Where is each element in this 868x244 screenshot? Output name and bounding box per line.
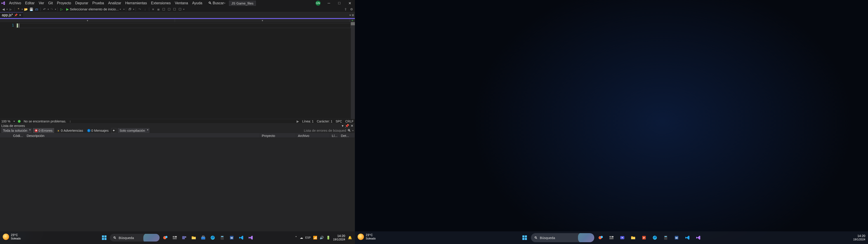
undo-button[interactable]: ↶ — [42, 7, 47, 12]
window-maximize-button[interactable]: □ — [334, 0, 344, 6]
start-debug-button[interactable]: ▶ Seleccionar elemento de inicio... ▾ — [64, 7, 123, 12]
pin-tab-icon[interactable]: 📌 — [14, 13, 18, 17]
store-icon[interactable] — [199, 234, 207, 242]
scope-combo-1[interactable]: ▾ — [0, 19, 175, 22]
calculator-icon[interactable] — [218, 234, 226, 242]
solution-quicklaunch[interactable]: JS Game_files — [229, 1, 256, 6]
language-indicator[interactable]: ESP — [305, 236, 311, 239]
comment-button[interactable]: ≡ — [151, 7, 156, 12]
save-button[interactable]: 💾 — [29, 7, 34, 12]
bookmark-button[interactable]: ☐ — [161, 7, 166, 12]
word-icon[interactable]: W — [672, 233, 681, 242]
menu-analizar[interactable]: Analizar — [106, 0, 123, 6]
copilot-icon[interactable] — [161, 234, 169, 242]
error-scope-combo[interactable]: Toda la solución — [1, 128, 32, 133]
editor-scrollbar[interactable] — [351, 22, 355, 119]
tab-overflow-icon[interactable]: ▾ — [349, 13, 351, 17]
taskbar-search[interactable]: 🔍︎ Búsqueda — [531, 233, 594, 242]
visualstudio-icon[interactable] — [694, 233, 703, 242]
edge-icon[interactable] — [650, 233, 659, 242]
menu-archivo[interactable]: Archivo — [7, 0, 23, 6]
window-split-icon[interactable]: ⊞ — [352, 13, 354, 17]
bookmark-clear-button[interactable]: ☐ — [178, 7, 183, 12]
explorer-icon[interactable] — [629, 233, 638, 242]
issues-nav-icon[interactable]: ↕ — [69, 120, 71, 123]
calculator-icon[interactable] — [661, 233, 670, 242]
nav-fwd-button[interactable]: ▶ — [8, 7, 13, 12]
col-proyecto[interactable]: Proyecto — [260, 133, 296, 138]
intellisense-filter[interactable]: ✦ — [111, 128, 116, 133]
onedrive-icon[interactable]: ☁ — [300, 236, 303, 240]
uncomment-button[interactable]: ≣ — [156, 7, 161, 12]
open-file-button[interactable]: 📂 — [23, 7, 28, 12]
menu-ayuda[interactable]: Ayuda — [190, 0, 204, 6]
editor-tab-appjs[interactable]: app.js* 📌 ✕ — [0, 12, 23, 18]
vscode-icon[interactable] — [237, 234, 245, 242]
taskview-icon[interactable] — [171, 234, 179, 242]
errorlist-search[interactable]: Lista de errores de búsqued — [304, 128, 346, 132]
build-filter-combo[interactable]: Solo compilación — [118, 128, 149, 133]
menu-ventana[interactable]: Ventana — [173, 0, 190, 6]
edge-icon[interactable] — [209, 234, 217, 242]
start-button[interactable] — [520, 233, 529, 242]
errorlist-header[interactable]: Lista de errores ▾ 📌 ✕ — [0, 123, 355, 128]
wifi-icon[interactable]: 📶 — [313, 236, 317, 240]
stepin-button[interactable]: ↓ — [143, 7, 148, 12]
panel-close-icon[interactable]: ✕ — [350, 124, 353, 128]
weather-widget[interactable]: 23°C Soleado — [3, 233, 21, 240]
issues-text[interactable]: No se encontraron problemas. — [24, 120, 66, 123]
messages-filter[interactable]: i0 Mensajes — [86, 128, 110, 133]
window-minimize-button[interactable]: ─ — [324, 0, 334, 6]
new-project-button[interactable]: ＊ — [16, 7, 21, 12]
save-all-button[interactable]: 🗃 — [34, 7, 39, 12]
bookmark-next-button[interactable]: ☐ — [172, 7, 177, 12]
code-editor[interactable]: 1 — [0, 22, 355, 119]
eol-mode[interactable]: CRLF — [345, 120, 353, 123]
taskbar-clock[interactable]: 14:20 19/1/2024 — [853, 234, 865, 241]
teams-icon[interactable] — [180, 234, 188, 242]
panel-dropdown-icon[interactable]: ▾ — [342, 124, 344, 128]
col-linea[interactable]: Lí... — [330, 133, 339, 138]
scope-combo-2[interactable]: ▾ — [175, 19, 350, 22]
menu-depurar[interactable]: Depurar — [73, 0, 90, 6]
menu-herramientas[interactable]: Herramientas — [123, 0, 149, 6]
taskbar-clock[interactable]: 14:20 19/1/2024 — [333, 234, 345, 241]
warnings-filter[interactable]: ▲0 Advertencias — [55, 128, 84, 133]
account-badge[interactable]: GN — [315, 1, 320, 6]
nav-back-button[interactable]: ◀ — [1, 7, 6, 12]
notifications-icon[interactable]: 🔔 — [348, 236, 352, 240]
visualstudio-icon[interactable] — [247, 234, 254, 242]
col-descripcion[interactable]: Descripción — [25, 133, 260, 138]
menu-editar[interactable]: Editar — [23, 0, 36, 6]
clipchamp-icon[interactable] — [618, 233, 627, 242]
errors-filter[interactable]: ✖0 Errores — [33, 128, 54, 133]
code-area[interactable] — [16, 22, 351, 119]
close-tab-icon[interactable]: ✕ — [19, 13, 21, 17]
indent-mode[interactable]: SPC — [336, 120, 342, 123]
word-icon[interactable]: W — [228, 234, 236, 242]
start-without-debug-button[interactable]: ▷ — [59, 7, 64, 12]
start-button[interactable] — [100, 234, 108, 242]
stepover-button[interactable]: ↷ — [137, 7, 142, 12]
copilot-icon[interactable] — [596, 233, 605, 242]
taskview-icon[interactable] — [607, 233, 616, 242]
menu-git[interactable]: Git — [46, 0, 55, 6]
bookmark-prev-button[interactable]: ☐ — [167, 7, 172, 12]
menu-ver[interactable]: Ver — [37, 0, 46, 6]
col-codigo[interactable]: Códi... — [11, 133, 25, 138]
panel-pin-icon[interactable]: 📌 — [345, 124, 349, 128]
search-icon[interactable]: 🔍︎ — [347, 128, 351, 132]
editor-split-button[interactable]: ＋ — [350, 19, 355, 22]
powerpoint-icon[interactable]: P — [640, 233, 649, 242]
admin-icon[interactable]: ⚙ — [349, 7, 354, 12]
browser-link-button[interactable]: 🗗 — [127, 7, 132, 12]
col-archivo[interactable]: Archivo — [296, 133, 330, 138]
battery-icon[interactable]: 🔋 — [326, 236, 331, 240]
zoom-level[interactable]: 100 % — [1, 120, 10, 123]
window-close-button[interactable]: ✕ — [344, 0, 355, 6]
tray-overflow-icon[interactable]: ˄ — [295, 236, 297, 240]
col-detalles[interactable]: Det... — [339, 133, 355, 138]
vscode-icon[interactable] — [683, 233, 692, 242]
liveshare-icon[interactable]: ⇪ — [343, 7, 348, 12]
weather-widget[interactable]: 23°C Soleado — [358, 233, 376, 240]
